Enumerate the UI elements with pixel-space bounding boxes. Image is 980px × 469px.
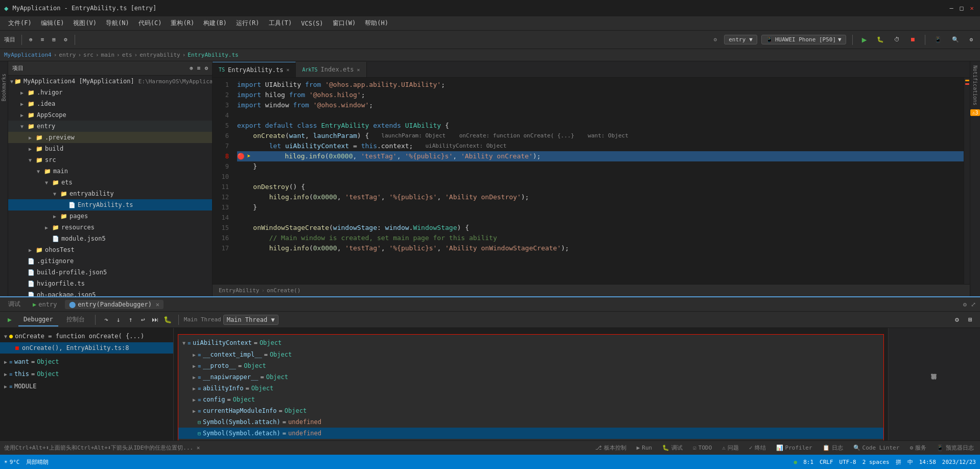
menu-item-window[interactable]: 窗口(W) <box>329 17 360 30</box>
var-proto[interactable]: ▶ ≡ __proto__ = Object <box>178 360 883 371</box>
tool-codelinter[interactable]: 🔍 Code Linter <box>851 443 902 452</box>
var-want-header[interactable]: ▶ ≡ want = Object <box>0 356 173 368</box>
var-this-header[interactable]: ▶ ≡ this = Object <box>0 368 173 380</box>
tool-done[interactable]: ✓ 终结 <box>747 443 768 453</box>
menu-item-refactor[interactable]: 重构(R) <box>167 17 198 30</box>
debug-run-button[interactable]: 🐛 <box>874 35 887 44</box>
tool-preview-log[interactable]: 📱 预览器日志 <box>935 443 976 453</box>
menu-item-vcs[interactable]: VCS(S) <box>297 18 327 29</box>
toolbar-entry-selector[interactable]: entry ▼ <box>724 35 757 44</box>
breadcrumb-src[interactable]: src <box>83 52 94 58</box>
vtab-bookmarks[interactable]: Bookmarks <box>0 69 8 105</box>
tree-item-entryability-ts[interactable]: ▶ 📄 EntryAbility.ts <box>8 199 212 210</box>
tree-item-main[interactable]: ▼ 📁 main <box>8 166 212 177</box>
tree-item-ohpackage[interactable]: ▶ 📄 oh-package.json5 <box>8 289 212 296</box>
vtab-debugger[interactable]: 调试 <box>0 61 9 69</box>
profile-button[interactable]: ⏱ <box>891 35 903 44</box>
tool-problems[interactable]: ⚠ 问题 <box>720 443 741 453</box>
breadcrumb-ets[interactable]: ets <box>122 52 132 58</box>
menu-item-edit[interactable]: 编辑(E) <box>37 17 68 30</box>
debug-settings-btn[interactable]: ⚙ <box>951 314 963 325</box>
toolbar-list-btn[interactable]: ≡ <box>38 35 48 44</box>
debug-panel-settings-icon[interactable]: ⚙ <box>963 301 967 308</box>
file-tree-icon-add[interactable]: ⊕ <box>190 65 193 72</box>
device-selector[interactable]: 📱 HUAWEI Phone [P50] ▼ <box>761 35 846 44</box>
var-module-header[interactable]: ▶ ≡ MODULE <box>0 380 173 392</box>
debug-session-tab-debug[interactable]: 调试 <box>4 299 25 310</box>
thread-dropdown[interactable]: Main Thread ▼ <box>223 315 278 325</box>
toolbar-sync-icon[interactable]: ⚙ <box>711 35 720 44</box>
status-lineending[interactable]: CRLF <box>820 459 833 465</box>
tree-item-pages[interactable]: ▶ 📁 pages <box>8 210 212 222</box>
tool-run[interactable]: ▶ Run <box>635 443 655 452</box>
code-editor[interactable]: 1 2 3 4 5 6 7 8 9 10 11 12 13 14 <box>213 78 970 284</box>
toolbar-split-btn[interactable]: ⊞ <box>49 35 59 44</box>
toolbar-settings-btn[interactable]: ⚙ <box>61 35 71 44</box>
maximize-button[interactable]: □ <box>958 4 966 12</box>
tree-item-src[interactable]: ▼ 📁 src <box>8 154 212 166</box>
var-symbol-detach[interactable]: ▶ ⊟ Symbol(Symbol.detach) = undefined <box>178 428 883 439</box>
breadcrumb-file[interactable]: EntryAbility.ts <box>188 52 238 58</box>
run-button[interactable]: ▶ <box>859 33 870 46</box>
tool-debug[interactable]: 🐛 调试 <box>660 443 685 453</box>
stack-item-oncreate-call[interactable]: ⏹ onCreate(), EntryAbility.ts:8 <box>0 342 173 354</box>
settings-btn[interactable]: ⚙ <box>966 35 976 44</box>
menu-item-tools[interactable]: 工具(T) <box>265 17 296 30</box>
tree-item-entryability[interactable]: ▼ 📁 entryability <box>8 188 212 199</box>
debug-step-out-btn[interactable]: ↑ <box>125 314 136 325</box>
debug-resume-btn[interactable]: ▶ <box>4 314 15 325</box>
tree-item-preview[interactable]: ▶ 📁 .preview <box>8 132 212 143</box>
debug-panel-expand-icon[interactable]: ⤢ <box>971 301 976 308</box>
tool-log[interactable]: 📋 日志 <box>821 443 845 453</box>
menu-item-view[interactable]: 视图(V) <box>69 17 101 30</box>
menu-item-nav[interactable]: 导航(N) <box>102 17 133 30</box>
status-layout[interactable]: 拼 <box>896 458 901 466</box>
search-btn[interactable]: 🔍 <box>949 35 962 44</box>
notifications-icon[interactable]: Notifications <box>971 63 979 107</box>
tree-item-build[interactable]: ▶ 📁 build <box>8 143 212 154</box>
close-button[interactable]: ✕ <box>968 4 976 12</box>
breadcrumb-main[interactable]: main <box>101 52 115 58</box>
panda-close-icon[interactable]: ✕ <box>156 301 159 308</box>
minimize-button[interactable]: — <box>947 4 955 12</box>
debug-tab-console[interactable]: 控制台 <box>61 313 90 326</box>
debug-session-tab-panda[interactable]: ⬤ entry(PandaDebugger) ✕ <box>65 300 164 309</box>
breadcrumb-project[interactable]: MyApplication4 <box>4 52 52 58</box>
menu-item-code[interactable]: 代码(C) <box>134 17 166 30</box>
debug-step-back-btn[interactable]: ↩ <box>137 314 149 325</box>
tool-profiler[interactable]: 📊 Profiler <box>774 443 814 452</box>
status-encoding[interactable]: UTF-8 <box>839 459 856 465</box>
tree-item-ohostest[interactable]: ▶ 📁 ohosTest <box>8 244 212 255</box>
tree-item-idea[interactable]: ▶ 📁 .idea <box>8 98 212 109</box>
menu-item-file[interactable]: 文件(F) <box>4 17 36 30</box>
status-indent[interactable]: 2 spaces <box>862 459 890 465</box>
var-context-impl[interactable]: ▶ ≡ __context_impl__ = Object <box>178 349 883 360</box>
menu-item-build[interactable]: 构建(B) <box>199 17 231 30</box>
tool-todo[interactable]: ☑ TODO <box>691 443 714 452</box>
var-symbol-attach[interactable]: ▶ ⊟ Symbol(Symbol.attach) = undefined <box>178 416 883 428</box>
debug-tab-debugger[interactable]: Debugger <box>18 313 58 326</box>
status-position[interactable]: 8:1 <box>803 459 813 465</box>
var-config[interactable]: ▶ ≡ config = Object <box>178 394 883 405</box>
tab-entryability[interactable]: TS EntryAbility.ts ✕ <box>213 62 296 77</box>
tree-item-root[interactable]: ▼ 📁 MyApplication4 [MyApplication] E:\Ha… <box>8 76 212 87</box>
tab-indexets-close-icon[interactable]: ✕ <box>357 67 360 73</box>
stop-button[interactable]: ⏹ <box>907 35 919 44</box>
var-uiabilitycontext-header[interactable]: ▼ ≡ uiAbilityContext = Object <box>178 337 883 349</box>
var-currenthapmodule[interactable]: ▶ ≡ currentHapModuleInfo = Object <box>178 405 883 416</box>
debug-session-tab-entry[interactable]: ▶ entry <box>29 300 61 309</box>
debug-layout-btn[interactable]: ⊞ <box>965 314 976 325</box>
tree-item-hvigor[interactable]: ▶ 📁 .hvigor <box>8 87 212 98</box>
tree-item-entry[interactable]: ▼ 📁 entry <box>8 121 212 132</box>
tree-item-resources[interactable]: ▶ 📁 resources <box>8 222 212 233</box>
tree-item-gitignore[interactable]: ▶ 📄 .gitignore <box>8 255 212 267</box>
device-manager-btn[interactable]: 📱 <box>931 35 945 44</box>
path-oncreate[interactable]: onCreate() <box>267 287 300 294</box>
debug-step-into-btn[interactable]: ↓ <box>113 314 124 325</box>
thread-selector[interactable]: Main Thread Main Thread ▼ <box>184 315 278 325</box>
tab-indexets[interactable]: ArkTS Index.ets ✕ <box>296 62 366 77</box>
tree-item-buildprofile[interactable]: ▶ 📄 build-profile.json5 <box>8 267 212 278</box>
tab-entryability-close-icon[interactable]: ✕ <box>286 67 289 73</box>
tree-item-ets[interactable]: ▼ 📁 ets <box>8 177 212 188</box>
status-ime[interactable]: 中 <box>907 458 913 466</box>
